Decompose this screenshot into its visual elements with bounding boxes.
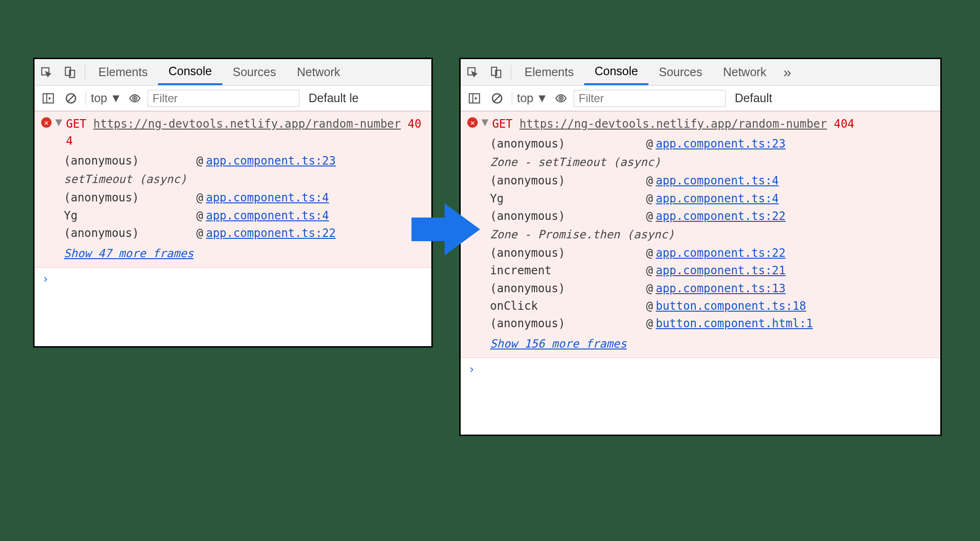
context-selector[interactable]: top▼ [517, 91, 548, 105]
svg-line-12 [493, 95, 500, 102]
tab-console[interactable]: Console [158, 59, 222, 85]
stack-group-label: Zone - Promise.then (async) [490, 225, 936, 244]
stack-at-symbol: @ [646, 262, 653, 279]
inspect-icon[interactable] [35, 66, 58, 79]
console-prompt[interactable]: › [461, 358, 940, 381]
live-expression-icon[interactable] [125, 92, 145, 105]
console-output: ✕ ▼ GET https://ng-devtools.netlify.app/… [35, 111, 431, 290]
stack-frame: Yg@app.component.ts:4 [490, 190, 936, 208]
inspect-icon[interactable] [461, 66, 484, 79]
stack-function: (anonymous) [490, 280, 646, 297]
tab-console[interactable]: Console [584, 59, 648, 85]
devtools-panel-left: Elements Console Sources Network top▼ De… [33, 58, 433, 348]
stack-source-link[interactable]: app.component.ts:23 [656, 135, 786, 153]
stack-source-link[interactable]: app.component.ts:21 [656, 262, 786, 279]
tab-elements[interactable]: Elements [88, 59, 158, 85]
stack-source-link[interactable]: app.component.ts:23 [206, 152, 336, 170]
tab-bar: Elements Console Sources Network » [461, 59, 940, 86]
stack-source-link[interactable]: app.component.ts:4 [206, 207, 329, 225]
sidebar-toggle-icon[interactable] [38, 92, 58, 105]
stack-trace: (anonymous)@app.component.ts:23setTimeou… [41, 149, 427, 242]
stack-source-link[interactable]: app.component.ts:22 [656, 244, 786, 262]
filter-input[interactable] [148, 90, 299, 107]
stack-source-link[interactable]: app.component.ts:22 [656, 208, 786, 225]
stack-frame: onClick@button.component.ts:18 [490, 297, 936, 315]
error-url[interactable]: https://ng-devtools.netlify.app/random-n… [93, 117, 401, 131]
error-status: 404 [834, 117, 854, 131]
stack-function: Yg [490, 190, 646, 208]
stack-at-symbol: @ [646, 208, 653, 225]
log-levels[interactable]: Default [735, 91, 772, 105]
console-toolbar: top▼ Default le [35, 86, 431, 111]
context-selector[interactable]: top▼ [91, 91, 122, 105]
clear-console-icon[interactable] [61, 92, 81, 105]
console-error: ✕ ▼ GET https://ng-devtools.netlify.app/… [35, 111, 431, 268]
stack-frame: (anonymous)@app.component.ts:13 [490, 280, 936, 297]
tab-elements[interactable]: Elements [514, 59, 584, 85]
tab-network[interactable]: Network [713, 59, 777, 85]
stack-at-symbol: @ [196, 152, 203, 170]
show-more-frames[interactable]: Show 47 more frames [64, 244, 194, 260]
stack-function: (anonymous) [490, 172, 646, 190]
stack-frame: (anonymous)@app.component.ts:22 [490, 244, 936, 262]
log-levels[interactable]: Default le [309, 91, 359, 105]
more-tabs-icon[interactable]: » [777, 64, 798, 80]
tab-sources[interactable]: Sources [648, 59, 713, 85]
separator [512, 91, 512, 105]
stack-function: onClick [490, 297, 646, 315]
svg-line-5 [67, 95, 74, 102]
console-error: ✕ ▼ GET https://ng-devtools.netlify.app/… [461, 111, 940, 358]
stack-trace: (anonymous)@app.component.ts:23Zone - se… [467, 132, 936, 332]
expand-icon[interactable]: ▼ [55, 115, 62, 129]
error-method: GET [66, 117, 86, 131]
stack-group-label: Zone - setTimeout (async) [490, 153, 936, 172]
stack-frame: (anonymous)@app.component.ts:22 [64, 225, 427, 242]
separator [86, 91, 86, 105]
svg-rect-3 [43, 94, 53, 103]
expand-icon[interactable]: ▼ [481, 115, 488, 129]
device-icon[interactable] [58, 66, 82, 79]
console-toolbar: top▼ Default [461, 86, 940, 111]
stack-at-symbol: @ [196, 189, 203, 207]
error-url[interactable]: https://ng-devtools.netlify.app/random-n… [519, 117, 827, 131]
stack-source-link[interactable]: app.component.ts:22 [206, 225, 336, 242]
chevron-down-icon: ▼ [536, 91, 548, 105]
stack-source-link[interactable]: app.component.ts:13 [656, 280, 786, 297]
stack-at-symbol: @ [196, 225, 203, 242]
stack-function: (anonymous) [490, 244, 646, 262]
stack-source-link[interactable]: button.component.ts:18 [656, 297, 806, 315]
stack-function: (anonymous) [490, 315, 646, 332]
stack-frame: (anonymous)@app.component.ts:4 [64, 189, 427, 207]
stack-frame: increment@app.component.ts:21 [490, 262, 936, 279]
stack-frame: (anonymous)@app.component.ts:23 [64, 152, 427, 170]
stack-frame: (anonymous)@button.component.html:1 [490, 315, 936, 332]
stack-source-link[interactable]: app.component.ts:4 [656, 172, 779, 190]
filter-input[interactable] [574, 90, 726, 107]
devtools-panel-right: Elements Console Sources Network » top▼ … [459, 58, 942, 436]
stack-function: (anonymous) [64, 152, 196, 170]
stack-source-link[interactable]: app.component.ts:4 [656, 190, 779, 208]
stack-function: Yg [64, 207, 196, 225]
live-expression-icon[interactable] [551, 92, 571, 105]
tab-bar: Elements Console Sources Network [35, 59, 431, 86]
separator [511, 65, 511, 79]
stack-at-symbol: @ [196, 207, 203, 225]
svg-point-13 [560, 97, 561, 99]
stack-source-link[interactable]: app.component.ts:4 [206, 189, 329, 207]
svg-rect-10 [469, 94, 480, 103]
sidebar-toggle-icon[interactable] [464, 92, 484, 105]
stack-function: (anonymous) [64, 225, 196, 242]
stack-at-symbol: @ [646, 190, 653, 208]
console-prompt[interactable]: › [35, 268, 431, 290]
stack-at-symbol: @ [646, 297, 653, 315]
tab-sources[interactable]: Sources [222, 59, 287, 85]
stack-source-link[interactable]: button.component.html:1 [656, 315, 813, 332]
stack-function: increment [490, 262, 646, 279]
clear-console-icon[interactable] [487, 92, 507, 105]
stack-frame: (anonymous)@app.component.ts:4 [490, 172, 936, 190]
tab-network[interactable]: Network [287, 59, 351, 85]
device-icon[interactable] [484, 66, 508, 79]
show-more-frames[interactable]: Show 156 more frames [490, 334, 627, 350]
stack-group-label: setTimeout (async) [64, 170, 427, 189]
stack-at-symbol: @ [646, 280, 653, 297]
